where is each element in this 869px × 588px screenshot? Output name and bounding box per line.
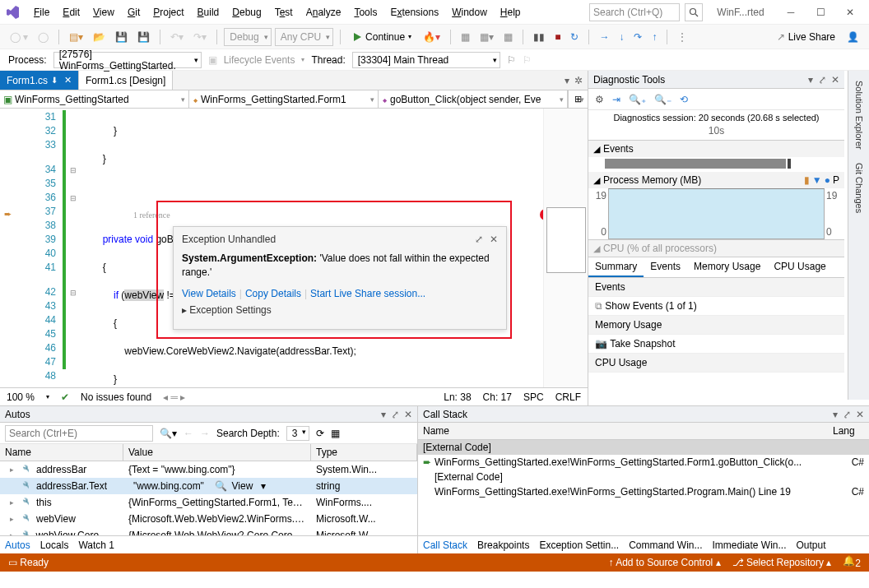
command-window-tab[interactable]: Command Win... xyxy=(629,539,702,551)
prev-icon[interactable]: ← xyxy=(184,428,193,439)
menu-debug[interactable]: Debug xyxy=(226,3,267,21)
events-header[interactable]: ◢ Events xyxy=(588,141,844,157)
step-next-button[interactable]: → xyxy=(596,30,612,44)
select-icon[interactable]: ⇥ xyxy=(612,94,620,105)
menu-git[interactable]: Git xyxy=(122,3,146,21)
autos-row[interactable]: ▸🔧webView.CoreWebVi...{Microsoft.Web.Web… xyxy=(0,527,417,535)
step-out-button[interactable]: ↑ xyxy=(648,30,660,44)
diag-pin-icon[interactable]: ⤤ xyxy=(818,74,826,86)
hot-reload-button[interactable]: 🔥▾ xyxy=(420,30,444,44)
tb-icon3[interactable]: ▦ xyxy=(500,30,516,44)
cs-pin-icon[interactable]: ⤤ xyxy=(843,409,851,420)
menu-file[interactable]: FFileile xyxy=(28,3,55,21)
select-repo-button[interactable]: ⎇ Select Repository ▴ xyxy=(732,557,832,568)
callstack-tab[interactable]: Call Stack xyxy=(423,539,467,551)
pin-icon[interactable]: ⤢ xyxy=(475,234,483,245)
depth-combo[interactable]: 3▾ xyxy=(286,426,310,441)
save-all-button[interactable]: 💾 xyxy=(134,30,153,44)
tb-icon2[interactable]: ▦▾ xyxy=(476,30,497,44)
autos-row[interactable]: ▸🔧webView{Microsoft.Web.WebView2.WinForm… xyxy=(0,511,417,527)
close-button[interactable]: ✕ xyxy=(838,2,862,22)
tb-more[interactable]: ⋮ xyxy=(674,30,690,44)
autos-search-input[interactable] xyxy=(5,425,153,442)
solution-explorer-tab[interactable]: Solution Explorer xyxy=(853,76,866,155)
save-button[interactable]: 💾 xyxy=(112,30,131,44)
search-input[interactable]: Search (Ctrl+Q) xyxy=(589,3,680,21)
show-events-link[interactable]: ⧉ Show Events (1 of 1) xyxy=(588,297,844,316)
menu-project[interactable]: Project xyxy=(147,3,189,21)
take-snapshot-link[interactable]: 📷 Take Snapshot xyxy=(588,335,844,354)
breakpoints-tab[interactable]: Breakpoints xyxy=(477,539,529,551)
stop-button[interactable]: ■ xyxy=(551,30,564,44)
memory-header[interactable]: ◢ Process Memory (MB)▮▼●P xyxy=(588,172,844,188)
nav-back-button[interactable]: ◯ ▾ xyxy=(7,30,31,44)
restart-button[interactable]: ↻ xyxy=(567,30,582,44)
menu-help[interactable]: Help xyxy=(495,3,527,21)
autos-dropdown[interactable]: ▾ xyxy=(381,409,386,420)
view-details-link[interactable]: View Details xyxy=(182,288,236,299)
tab-form1design[interactable]: Form1.cs [Design] xyxy=(79,71,173,90)
callstack-row[interactable]: [External Code] xyxy=(418,440,869,455)
nav-split-icon[interactable]: ⊞ xyxy=(568,90,588,108)
liveshare-button[interactable]: ↗Live Share xyxy=(772,30,840,44)
cpu-header[interactable]: ◢ CPU (% of all processors) xyxy=(588,240,844,257)
stack-icon2[interactable]: ⚐ xyxy=(523,54,532,66)
copy-details-link[interactable]: Copy Details xyxy=(245,288,301,299)
menu-window[interactable]: Window xyxy=(446,3,493,21)
config-combo[interactable]: Debug xyxy=(224,28,271,46)
pause-button[interactable]: ▮▮ xyxy=(530,30,548,44)
diag-tab-events[interactable]: Events xyxy=(644,257,687,277)
menu-tools[interactable]: Tools xyxy=(348,3,383,21)
autos-row[interactable]: 🔧addressBar.Text"www.bing.com" 🔍View ▾st… xyxy=(0,478,417,494)
code-editor[interactable]: ➨ 313233343536373839404142434445464748 ⊟… xyxy=(0,109,588,387)
continue-button[interactable]: Continue ▾ xyxy=(347,30,416,44)
maximize-button[interactable]: ☐ xyxy=(808,2,833,22)
close-exception-icon[interactable]: ✕ xyxy=(490,234,498,245)
cs-close-icon[interactable]: ✕ xyxy=(856,409,864,420)
step-into-button[interactable]: ↓ xyxy=(616,30,627,44)
liveshare-link[interactable]: Start Live Share session... xyxy=(310,288,425,299)
gear-icon[interactable]: ⚙ xyxy=(595,94,604,105)
platform-combo[interactable]: Any CPU xyxy=(275,28,333,46)
tab-form1cs[interactable]: Form1.cs⬇✕ xyxy=(0,71,79,90)
next-icon[interactable]: → xyxy=(200,428,210,439)
redo-button[interactable]: ↷▾ xyxy=(190,30,210,44)
immediate-window-tab[interactable]: Immediate Win... xyxy=(713,539,787,551)
cs-dropdown[interactable]: ▾ xyxy=(833,409,838,420)
source-control-button[interactable]: ↑ Add to Source Control ▴ xyxy=(608,557,720,568)
nav-fwd-button[interactable]: ◯ xyxy=(35,30,52,44)
tb-icon[interactable]: ⟳ xyxy=(316,428,324,439)
tb-icon2[interactable]: ▦ xyxy=(331,428,340,439)
autos-pin-icon[interactable]: ⤤ xyxy=(391,409,399,420)
diag-tab-cpu[interactable]: CPU Usage xyxy=(767,257,832,277)
locals-tab[interactable]: Locals xyxy=(40,539,69,551)
minimize-button[interactable]: ─ xyxy=(778,2,803,22)
close-tab-icon[interactable]: ✕ xyxy=(64,75,72,86)
diag-close-icon[interactable]: ✕ xyxy=(831,74,839,86)
git-changes-tab[interactable]: Git Changes xyxy=(853,158,866,218)
breakpoint-margin[interactable]: ➨ xyxy=(0,109,15,387)
notifications-button[interactable]: 🔔2 xyxy=(843,555,861,569)
callstack-row[interactable]: ➨WinForms_GettingStarted.exe!WinForms_Ge… xyxy=(418,455,869,470)
nav-class[interactable]: ⬥WinForms_GettingStarted.Form1 xyxy=(189,90,379,108)
watch1-tab[interactable]: Watch 1 xyxy=(78,539,114,551)
diag-dropdown[interactable]: ▾ xyxy=(808,74,813,86)
search-button[interactable] xyxy=(685,3,703,21)
pin-icon[interactable]: ⬇ xyxy=(51,76,58,85)
search-icon[interactable]: 🔍▾ xyxy=(160,428,177,439)
reset-icon[interactable]: ⟲ xyxy=(680,94,688,105)
menu-view[interactable]: View xyxy=(87,3,120,21)
exception-settings-tab[interactable]: Exception Settin... xyxy=(539,539,619,551)
menu-test[interactable]: Test xyxy=(269,3,299,21)
callstack-row[interactable]: [External Code] xyxy=(418,470,869,484)
autos-row[interactable]: ▸🔧addressBar{Text = "www.bing.com"}Syste… xyxy=(0,461,417,478)
minimap[interactable] xyxy=(543,109,588,387)
new-project-button[interactable]: ▤▾ xyxy=(66,30,86,44)
exception-settings-expander[interactable]: ▸ Exception Settings xyxy=(182,304,498,316)
open-button[interactable]: 📂 xyxy=(90,30,109,44)
nav-project[interactable]: ▣WinForms_GettingStarted xyxy=(0,90,189,108)
tabstrip-gear-icon[interactable]: ✲ xyxy=(574,75,583,86)
zoom-combo[interactable]: 100 % xyxy=(7,391,35,403)
stack-icon[interactable]: ⚐ xyxy=(507,54,516,66)
callstack-row[interactable]: WinForms_GettingStarted.exe!WinForms_Get… xyxy=(418,484,869,499)
